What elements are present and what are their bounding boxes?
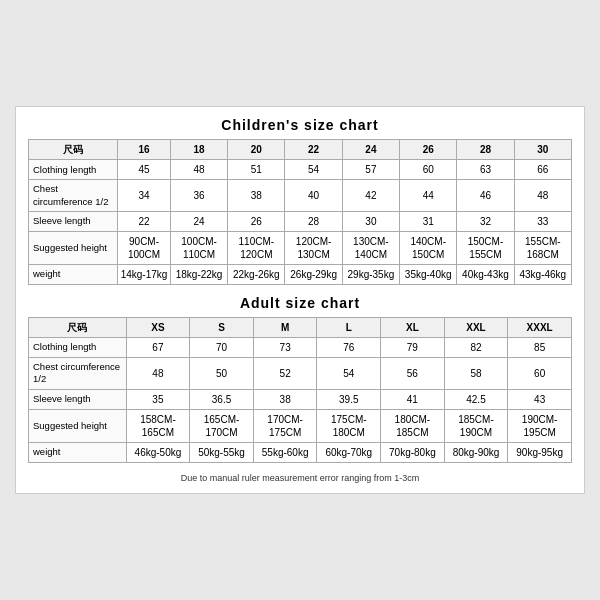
cell-value: 165CM-170CM <box>190 409 254 442</box>
cell-value: 140CM-150CM <box>400 232 457 265</box>
cell-value: 35kg-40kg <box>400 265 457 285</box>
table-row: Sleeve length2224262830313233 <box>29 212 572 232</box>
column-header: 尺码 <box>29 140 118 160</box>
cell-value: 158CM-165CM <box>126 409 190 442</box>
cell-value: 66 <box>514 160 571 180</box>
table-row: weight14kg-17kg18kg-22kg22kg-26kg26kg-29… <box>29 265 572 285</box>
column-header: 18 <box>170 140 227 160</box>
cell-value: 42 <box>342 180 399 212</box>
row-label: Chest circumference 1/2 <box>29 358 127 390</box>
cell-value: 41 <box>381 389 445 409</box>
column-header: 24 <box>342 140 399 160</box>
row-label: Clothing length <box>29 160 118 180</box>
cell-value: 120CM-130CM <box>285 232 342 265</box>
cell-value: 57 <box>342 160 399 180</box>
cell-value: 33 <box>514 212 571 232</box>
children-chart-title: Children's size chart <box>28 117 572 133</box>
cell-value: 54 <box>285 160 342 180</box>
cell-value: 22 <box>118 212 171 232</box>
cell-value: 43kg-46kg <box>514 265 571 285</box>
cell-value: 82 <box>444 338 508 358</box>
cell-value: 39.5 <box>317 389 381 409</box>
cell-value: 48 <box>126 358 190 390</box>
adult-chart-title: Adult size chart <box>28 295 572 311</box>
row-label: Suggested height <box>29 409 127 442</box>
cell-value: 46 <box>457 180 514 212</box>
cell-value: 44 <box>400 180 457 212</box>
column-header: XS <box>126 318 190 338</box>
row-label: Chest circumference 1/2 <box>29 180 118 212</box>
column-header: 尺码 <box>29 318 127 338</box>
row-label: weight <box>29 442 127 462</box>
cell-value: 40kg-43kg <box>457 265 514 285</box>
cell-value: 90CM-100CM <box>118 232 171 265</box>
cell-value: 130CM-140CM <box>342 232 399 265</box>
table-row: Suggested height158CM-165CM165CM-170CM17… <box>29 409 572 442</box>
column-header: XXL <box>444 318 508 338</box>
cell-value: 185CM-190CM <box>444 409 508 442</box>
column-header: 28 <box>457 140 514 160</box>
cell-value: 50 <box>190 358 254 390</box>
row-label: weight <box>29 265 118 285</box>
column-header: 26 <box>400 140 457 160</box>
cell-value: 90kg-95kg <box>508 442 572 462</box>
cell-value: 26kg-29kg <box>285 265 342 285</box>
cell-value: 73 <box>253 338 317 358</box>
cell-value: 150CM-155CM <box>457 232 514 265</box>
cell-value: 24 <box>170 212 227 232</box>
cell-value: 110CM-120CM <box>228 232 285 265</box>
cell-value: 54 <box>317 358 381 390</box>
cell-value: 46kg-50kg <box>126 442 190 462</box>
table-row: Chest circumference 1/23436384042444648 <box>29 180 572 212</box>
cell-value: 36 <box>170 180 227 212</box>
cell-value: 190CM-195CM <box>508 409 572 442</box>
children-header-row: 尺码1618202224262830 <box>29 140 572 160</box>
cell-value: 70kg-80kg <box>381 442 445 462</box>
cell-value: 170CM-175CM <box>253 409 317 442</box>
cell-value: 50kg-55kg <box>190 442 254 462</box>
cell-value: 76 <box>317 338 381 358</box>
cell-value: 175CM-180CM <box>317 409 381 442</box>
cell-value: 43 <box>508 389 572 409</box>
cell-value: 56 <box>381 358 445 390</box>
children-table-body: Clothing length4548515457606366Chest cir… <box>29 160 572 285</box>
cell-value: 40 <box>285 180 342 212</box>
table-row: Sleeve length3536.53839.54142.543 <box>29 389 572 409</box>
cell-value: 45 <box>118 160 171 180</box>
cell-value: 22kg-26kg <box>228 265 285 285</box>
cell-value: 38 <box>228 180 285 212</box>
row-label: Sleeve length <box>29 389 127 409</box>
cell-value: 35 <box>126 389 190 409</box>
cell-value: 155CM-168CM <box>514 232 571 265</box>
row-label: Suggested height <box>29 232 118 265</box>
cell-value: 38 <box>253 389 317 409</box>
adult-size-table: 尺码XSSMLXLXXLXXXL Clothing length67707376… <box>28 317 572 463</box>
table-row: weight46kg-50kg50kg-55kg55kg-60kg60kg-70… <box>29 442 572 462</box>
footer-note: Due to manual ruler measurement error ra… <box>28 473 572 483</box>
cell-value: 100CM-110CM <box>170 232 227 265</box>
table-row: Suggested height90CM-100CM100CM-110CM110… <box>29 232 572 265</box>
cell-value: 31 <box>400 212 457 232</box>
cell-value: 67 <box>126 338 190 358</box>
cell-value: 70 <box>190 338 254 358</box>
cell-value: 18kg-22kg <box>170 265 227 285</box>
cell-value: 36.5 <box>190 389 254 409</box>
column-header: XXXL <box>508 318 572 338</box>
cell-value: 48 <box>170 160 227 180</box>
adult-table-body: Clothing length67707376798285Chest circu… <box>29 338 572 463</box>
column-header: S <box>190 318 254 338</box>
cell-value: 80kg-90kg <box>444 442 508 462</box>
column-header: M <box>253 318 317 338</box>
cell-value: 79 <box>381 338 445 358</box>
column-header: XL <box>381 318 445 338</box>
cell-value: 30 <box>342 212 399 232</box>
cell-value: 14kg-17kg <box>118 265 171 285</box>
cell-value: 34 <box>118 180 171 212</box>
cell-value: 85 <box>508 338 572 358</box>
cell-value: 55kg-60kg <box>253 442 317 462</box>
cell-value: 60 <box>508 358 572 390</box>
cell-value: 42.5 <box>444 389 508 409</box>
cell-value: 52 <box>253 358 317 390</box>
cell-value: 28 <box>285 212 342 232</box>
children-size-table: 尺码1618202224262830 Clothing length454851… <box>28 139 572 285</box>
